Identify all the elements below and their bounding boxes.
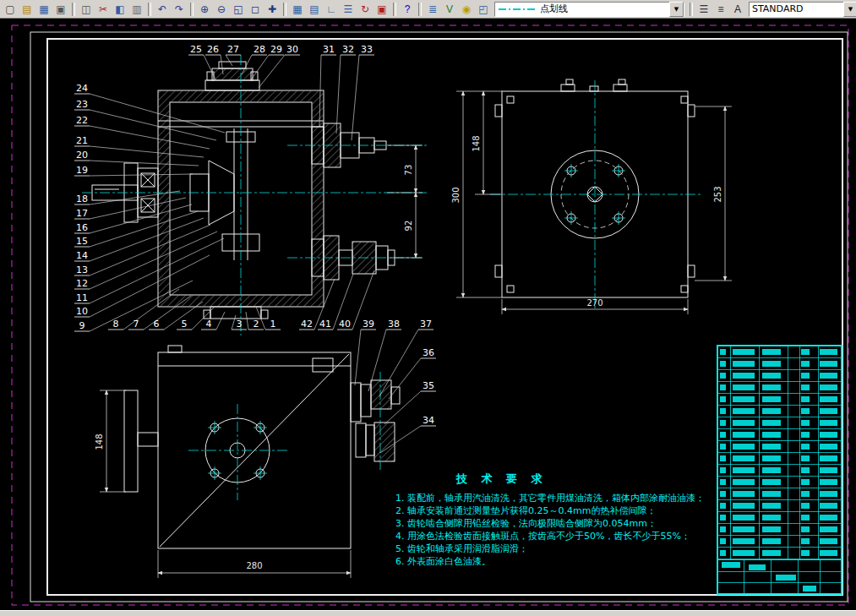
open-file-button[interactable]: ▤ (19, 2, 35, 17)
callout-label: 20 (76, 150, 88, 161)
redo-button[interactable]: ↷ (171, 2, 188, 17)
toolbar-separator (190, 3, 194, 16)
parts-list-row (718, 370, 841, 382)
line-style-combo-arrow[interactable]: ▼ (669, 2, 684, 17)
tech-requirement-item: 3. 齿轮啮合侧隙用铅丝检验，法向极限啮合侧隙为0.054mm； (395, 517, 732, 530)
settings-button[interactable]: ▣ (373, 2, 390, 17)
text-style-button[interactable]: A (729, 2, 746, 17)
callout-label: 12 (76, 278, 88, 289)
tech-requirement-item: 4. 用涂色法检验齿面接触斑点，按齿高不少于50%，齿长不少于55%； (395, 530, 732, 542)
print-icon: ▣ (56, 4, 65, 14)
parts-list-row (718, 500, 841, 512)
undo-icon: ↶ (158, 4, 166, 14)
zoom-window-button[interactable]: ◱ (230, 2, 247, 17)
redraw-button[interactable]: ↻ (357, 2, 373, 17)
callout-label: 16 (76, 222, 88, 233)
toolbar-separator (283, 3, 286, 16)
settings-icon: ▣ (377, 4, 386, 14)
line-width-button[interactable]: ☰ (340, 2, 357, 17)
callout-label: 5 (182, 319, 188, 330)
title-block (717, 345, 842, 595)
dimension-text: 280 (246, 561, 262, 570)
list-button[interactable]: ☰ (695, 2, 712, 17)
print-preview-icon: ◫ (81, 4, 90, 14)
zoom-in-button[interactable]: ⊕ (196, 2, 213, 17)
copy-button[interactable]: ◧ (112, 2, 128, 17)
dimension-text: 300 (451, 187, 461, 203)
callout-label: 32 (342, 44, 354, 55)
zoom-all-icon: ◻ (251, 4, 259, 14)
parts-list-row (718, 453, 841, 465)
undo-button[interactable]: ↶ (154, 2, 171, 17)
tech-requirement-item: 1. 装配前，轴承用汽油清洗，其它零件用煤油清洗，箱体内部涂耐油油漆； (395, 492, 732, 504)
toolbar-separator (418, 3, 422, 16)
parts-list-row (718, 441, 841, 453)
dimension-text: 253 (713, 186, 722, 202)
dimension-text: 73 (404, 165, 413, 176)
callout-label: 10 (76, 306, 88, 317)
grid-icon: ▦ (292, 4, 302, 14)
text-style-combo-value: STANDARD (750, 3, 843, 14)
toolbar-separator (690, 3, 693, 16)
parts-list-row (718, 465, 841, 477)
help-button[interactable]: ? (399, 2, 416, 17)
line-style-combo[interactable]: 点划线▼ (494, 2, 684, 17)
callout-label: 42 (301, 319, 313, 330)
cut-button[interactable]: ✂ (95, 2, 112, 17)
zoom-in-icon: ⊕ (200, 4, 209, 14)
parts-list-row (718, 536, 841, 548)
copy-icon: ◧ (115, 4, 124, 14)
list-options-button[interactable]: ≡ (712, 2, 729, 17)
callout-label: 21 (76, 135, 88, 146)
callout-label: 24 (76, 83, 88, 94)
callout-label: 14 (76, 250, 88, 261)
zoom-out-button[interactable]: ⊖ (213, 2, 230, 17)
save-file-icon: ▦ (39, 4, 48, 14)
line-width-icon: ☰ (344, 4, 353, 14)
parts-list-row (718, 417, 841, 429)
callout-label: 27 (227, 44, 239, 55)
line-style-sample (499, 8, 537, 10)
callout-label: 15 (76, 236, 88, 247)
parts-list-row (718, 346, 841, 358)
application-window: ▢▤▦▣◫✂◧▥↶↷⊕⊖◱◻✚▦▤∟☰↻▣?≣V◉◰点划线▼☰≡ASTANDAR… (0, 0, 856, 616)
parts-list (718, 346, 841, 559)
layers-button[interactable]: ≣ (424, 2, 441, 17)
print-button[interactable]: ▣ (52, 2, 69, 17)
print-preview-button[interactable]: ◫ (78, 2, 95, 17)
callout-label: 3 (237, 319, 243, 330)
zoom-all-button[interactable]: ◻ (247, 2, 264, 17)
tech-requirements: 技 术 要 求 1. 装配前，轴承用汽油清洗，其它零件用煤油清洗，箱体内部涂耐油… (395, 472, 732, 568)
text-style-icon: A (734, 4, 741, 14)
tech-requirements-title: 技 术 要 求 (456, 472, 732, 487)
grid-button[interactable]: ▦ (289, 2, 306, 17)
paste-button[interactable]: ▥ (128, 2, 145, 17)
status-bar (0, 610, 856, 616)
callout-label: 36 (423, 347, 434, 358)
save-file-button[interactable]: ▦ (35, 2, 52, 17)
callout-label: 19 (76, 165, 88, 176)
visibility-icon: V (446, 4, 453, 14)
callout-label: 18 (76, 194, 88, 204)
dimension-text: 270 (586, 298, 602, 308)
parts-list-row (718, 358, 841, 370)
toolbar-separator (393, 3, 396, 16)
layers-icon: ≣ (428, 4, 437, 14)
text-style-combo-arrow[interactable]: ▼ (843, 2, 856, 17)
callout-label: 38 (388, 319, 400, 330)
parts-list-row (718, 429, 841, 441)
pan-button[interactable]: ✚ (264, 2, 281, 17)
visibility-button[interactable]: V (441, 2, 458, 17)
open-file-icon: ▤ (22, 4, 31, 14)
callout-label: 35 (423, 380, 434, 391)
ortho-button[interactable]: ∟ (323, 2, 340, 17)
layer-table-icon: ▤ (309, 4, 319, 14)
layer-table-button[interactable]: ▤ (306, 2, 323, 17)
drawing-area[interactable]: 2526272829303132332423222120191817161514… (0, 19, 856, 610)
text-style-combo[interactable]: STANDARD▼ (749, 2, 856, 17)
parts-list-row (718, 524, 841, 536)
point-style-button[interactable]: ◉ (458, 2, 475, 17)
callout-label: 6 (154, 319, 160, 330)
new-file-button[interactable]: ▢ (2, 2, 19, 17)
color-picker-button[interactable]: ◰ (475, 2, 492, 17)
